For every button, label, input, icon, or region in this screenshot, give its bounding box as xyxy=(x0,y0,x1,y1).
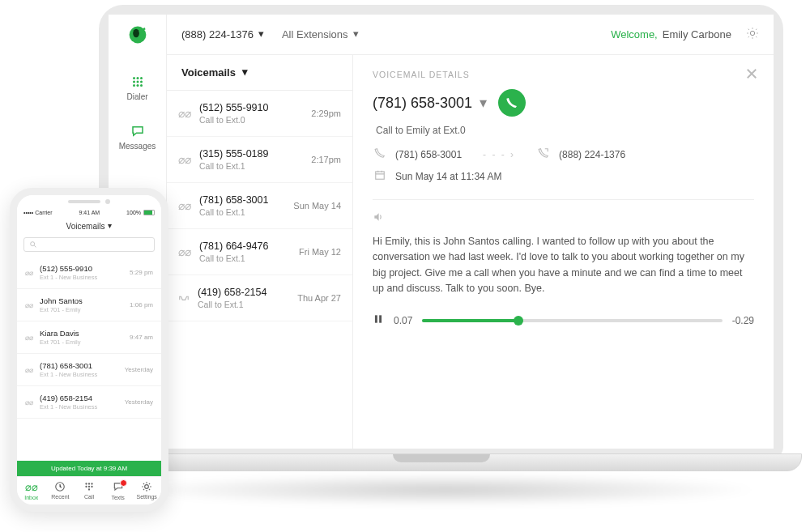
phone-row-label: (419) 658-2154 xyxy=(40,394,118,402)
seek-track[interactable] xyxy=(422,319,722,322)
tab-label: Call xyxy=(84,494,94,500)
phone-row-time: 1:06 pm xyxy=(130,301,153,309)
phone-voicemail-row[interactable]: ⌀⌀ John Santos Ext 701 - Emily 1:06 pm xyxy=(17,289,161,321)
voicemail-time: 2:17pm xyxy=(311,155,341,164)
chat-icon xyxy=(113,481,124,492)
voicemail-list-title: Voicemails xyxy=(181,66,236,79)
phone-tabbar: ⌀⌀ Inbox Recent Call Texts Settings xyxy=(17,476,161,504)
phone-row-time: Yesterday xyxy=(125,398,153,406)
phone-search-input[interactable] xyxy=(23,237,155,252)
divider xyxy=(373,199,754,200)
voicemail-number: (512) 555-9910 xyxy=(199,102,303,113)
voicemail-list: Voicemails ▾ ⌀⌀ (512) 555-9910 Call to E… xyxy=(167,55,353,449)
voicemail-icon xyxy=(178,292,190,304)
seek-fill xyxy=(422,319,518,322)
clock-label: 9:41 AM xyxy=(79,210,100,215)
topbar: (888) 224-1376 ▾ All Extensions ▾ Welcom… xyxy=(167,15,774,55)
settings-button[interactable] xyxy=(746,27,759,42)
svg-point-18 xyxy=(91,483,92,484)
voicemail-time: Sun May 14 xyxy=(293,201,341,211)
svg-point-23 xyxy=(145,485,149,489)
calendar-icon xyxy=(373,169,387,183)
voicemail-number: (781) 658-3001 xyxy=(199,194,285,206)
account-phone-number: (888) 224-1376 xyxy=(181,28,254,40)
phone-row-label: Kiara Davis xyxy=(40,329,123,338)
phone-row-sub: Ext 701 - Emily xyxy=(40,306,123,313)
voicemail-time: 2:29pm xyxy=(311,109,341,118)
extensions-label: All Extensions xyxy=(282,28,348,40)
voicemail-row[interactable]: ⌀⌀ (512) 555-9910 Call to Ext.0 2:29pm xyxy=(167,91,352,137)
user-name: Emily Carbone xyxy=(663,28,731,40)
voicemail-icon: ⌀⌀ xyxy=(178,153,191,166)
voicemail-icon: ⌀⌀ xyxy=(178,199,191,212)
phone-out-icon xyxy=(536,147,551,161)
detail-phone-number: (781) 658-3001 xyxy=(373,95,472,111)
phone-updated-banner: Updated Today at 9:39 AM xyxy=(17,461,161,476)
detail-route: (781) 658-3001 - - - › (888) 224-1376 xyxy=(373,147,754,161)
chevron-down-icon: ▾ xyxy=(353,28,359,40)
phone-row-sub: Ext 1 - New Business xyxy=(40,403,118,411)
nav-dialer-label: Dialer xyxy=(126,92,147,101)
phone-row-time: Yesterday xyxy=(125,366,153,373)
voicemail-row[interactable]: ⌀⌀ (781) 664-9476 Call to Ext.1 Fri May … xyxy=(167,229,352,275)
close-button[interactable] xyxy=(744,66,759,84)
phone-row-label: (512) 555-9910 xyxy=(40,264,123,273)
pause-button[interactable] xyxy=(373,313,384,328)
svg-point-17 xyxy=(88,483,90,484)
tab-settings[interactable]: Settings xyxy=(132,477,161,504)
voicemail-details: VOICEMAIL DETAILS (781) 658-3001 ▾ Ca xyxy=(353,55,774,449)
account-phone-select[interactable]: (888) 224-1376 ▾ xyxy=(181,28,264,40)
content: Voicemails ▾ ⌀⌀ (512) 555-9910 Call to E… xyxy=(167,55,774,449)
tab-recent[interactable]: Recent xyxy=(46,477,75,504)
chat-icon xyxy=(130,124,145,138)
voicemail-number: (315) 555-0189 xyxy=(199,148,303,160)
phone-row-time: 9:47 am xyxy=(130,334,153,341)
svg-point-14 xyxy=(31,242,35,246)
detail-date-row: Sun May 14 at 11:34 AM xyxy=(373,169,754,183)
call-button[interactable] xyxy=(498,89,526,117)
tab-call[interactable]: Call xyxy=(75,477,104,504)
carrier-label: ••••• Carrier xyxy=(23,210,53,215)
svg-point-22 xyxy=(88,488,90,490)
detail-call-to: Call to Emily at Ext.0 xyxy=(376,125,754,136)
main-pane: (888) 224-1376 ▾ All Extensions ▾ Welcom… xyxy=(167,15,774,449)
nav-messages-label: Messages xyxy=(119,142,156,151)
voicemail-icon: ⌀⌀ xyxy=(178,107,191,120)
voicemail-icon: ⌀⌀ xyxy=(25,301,33,309)
phone-screen: ••••• Carrier 9:41 AM 100% Voicemails ▾ … xyxy=(17,195,161,504)
tab-label: Texts xyxy=(111,495,124,500)
tab-inbox[interactable]: ⌀⌀ Inbox xyxy=(17,477,46,504)
svg-point-4 xyxy=(140,77,143,79)
tab-texts[interactable]: Texts xyxy=(104,477,133,504)
gear-icon xyxy=(141,481,152,492)
phone-row-time: 5:29 pm xyxy=(130,269,153,276)
voicemail-list-filter[interactable]: Voicemails ▾ xyxy=(167,55,352,91)
seek-thumb[interactable] xyxy=(514,316,523,326)
svg-rect-12 xyxy=(375,315,377,322)
voicemail-row[interactable]: (419) 658-2154 Call to Ext.1 Thu Apr 27 xyxy=(167,275,352,321)
phone-voicemail-row[interactable]: ⌀⌀ Kiara Davis Ext 701 - Emily 9:47 am xyxy=(17,321,161,354)
detail-phone-select[interactable]: (781) 658-3001 ▾ xyxy=(373,94,487,112)
badge-dot xyxy=(113,481,124,493)
phone-in-icon xyxy=(373,147,387,161)
laptop-base xyxy=(81,453,802,471)
tab-label: Settings xyxy=(137,494,157,500)
nav-messages[interactable]: Messages xyxy=(109,113,166,162)
dialpad-icon xyxy=(130,74,145,89)
phone-voicemail-row[interactable]: ⌀⌀ (512) 555-9910 Ext 1 - New Business 5… xyxy=(17,257,161,289)
voicemail-ext: Call to Ext.1 xyxy=(198,300,289,309)
phone-voicemail-row[interactable]: ⌀⌀ (419) 658-2154 Ext 1 - New Business Y… xyxy=(17,386,161,419)
phone-voicemail-row[interactable]: ⌀⌀ (781) 658-3001 Ext 1 - New Business Y… xyxy=(17,354,161,386)
app-logo-icon xyxy=(127,24,148,49)
laptop-frame: Dialer Messages (888) 224-1376 ▾ All Ext… xyxy=(99,5,783,458)
nav-dialer[interactable]: Dialer xyxy=(109,63,166,113)
extensions-select[interactable]: All Extensions ▾ xyxy=(282,28,359,40)
voicemail-row[interactable]: ⌀⌀ (781) 658-3001 Call to Ext.1 Sun May … xyxy=(167,183,352,229)
speaker-icon xyxy=(373,211,754,226)
transcript-text: Hi Emily, this is John Santos calling. I… xyxy=(373,234,754,297)
phone-list-filter[interactable]: Voicemails ▾ xyxy=(17,217,161,234)
voicemail-row[interactable]: ⌀⌀ (315) 555-0189 Call to Ext.1 2:17pm xyxy=(167,137,352,183)
phone-row-sub: Ext 1 - New Business xyxy=(40,371,118,378)
desktop-screen: Dialer Messages (888) 224-1376 ▾ All Ext… xyxy=(109,15,774,449)
svg-point-16 xyxy=(85,483,87,484)
